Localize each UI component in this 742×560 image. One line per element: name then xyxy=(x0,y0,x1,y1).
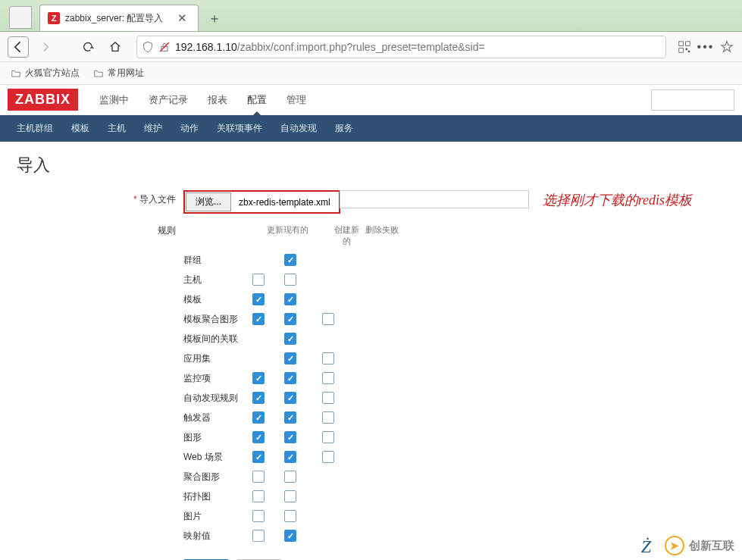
create-checkbox[interactable] xyxy=(284,333,296,345)
rule-row: 应用集 xyxy=(183,349,402,368)
delete-checkbox[interactable] xyxy=(322,392,334,404)
svg-rect-4 xyxy=(679,48,684,52)
update-checkbox[interactable] xyxy=(252,471,265,483)
rule-name: 聚合图形 xyxy=(183,471,246,483)
checkbox-cell xyxy=(309,392,347,404)
checkbox-cell xyxy=(271,352,309,364)
checkbox-cell xyxy=(271,392,309,404)
rule-row: Web 场景 xyxy=(183,447,402,467)
checkbox-cell xyxy=(271,372,309,384)
sub-nav-item[interactable]: 关联项事件 xyxy=(208,115,271,142)
create-checkbox[interactable] xyxy=(284,530,296,542)
rule-row: 图形 xyxy=(183,427,402,447)
page-corner-decoration xyxy=(9,6,32,29)
close-tab-icon[interactable]: ✕ xyxy=(174,10,190,27)
bookmark-item[interactable]: 常用网址 xyxy=(93,67,144,80)
checkbox-cell xyxy=(246,372,271,384)
zabbix-header: ZABBIX 监测中资产记录报表配置管理 xyxy=(0,85,742,115)
create-checkbox[interactable] xyxy=(284,274,296,286)
sub-nav-item[interactable]: 主机群组 xyxy=(8,115,62,142)
new-tab-button[interactable]: ＋ xyxy=(203,7,226,30)
bookmark-label: 火狐官方站点 xyxy=(25,67,80,80)
create-checkbox[interactable] xyxy=(284,254,296,266)
create-checkbox[interactable] xyxy=(284,411,296,424)
back-button[interactable] xyxy=(8,36,29,58)
forward-button[interactable] xyxy=(35,36,56,58)
create-checkbox[interactable] xyxy=(284,510,296,522)
rule-row: 映射值 xyxy=(183,526,402,546)
sub-nav-item[interactable]: 动作 xyxy=(171,115,208,142)
browser-tab[interactable]: Z zabbix_server: 配置导入 ✕ xyxy=(39,5,199,31)
create-checkbox[interactable] xyxy=(284,451,296,463)
sub-nav-item[interactable]: 服务 xyxy=(326,115,362,142)
url-text: 192.168.1.10/zabbix/conf.import.php?rule… xyxy=(175,41,661,53)
create-checkbox[interactable] xyxy=(284,372,296,384)
delete-checkbox[interactable] xyxy=(322,313,334,325)
update-checkbox[interactable] xyxy=(252,411,265,424)
page-title: 导入 xyxy=(17,154,725,177)
create-checkbox[interactable] xyxy=(284,471,296,483)
checkbox-cell xyxy=(246,274,271,286)
rule-name: 模板间的关联 xyxy=(183,333,246,346)
create-checkbox[interactable] xyxy=(284,490,296,502)
update-checkbox[interactable] xyxy=(252,392,265,404)
folder-icon xyxy=(93,68,104,79)
create-checkbox[interactable] xyxy=(284,431,296,443)
file-path-field[interactable] xyxy=(340,190,529,208)
main-nav-item[interactable]: 配置 xyxy=(237,85,277,115)
update-checkbox[interactable] xyxy=(252,530,265,542)
update-checkbox[interactable] xyxy=(252,490,265,502)
checkbox-cell xyxy=(309,372,347,384)
watermark-text: 创新互联 xyxy=(689,539,734,553)
reload-button[interactable] xyxy=(77,36,99,58)
browse-button[interactable]: 浏览... xyxy=(186,192,231,211)
rule-name: 应用集 xyxy=(183,352,246,365)
main-nav-item[interactable]: 管理 xyxy=(277,85,316,115)
checkbox-cell xyxy=(271,411,309,424)
zabbix-logo[interactable]: ZABBIX xyxy=(8,89,78,111)
main-nav-item[interactable]: 监测中 xyxy=(89,85,139,115)
sub-nav-item[interactable]: 维护 xyxy=(135,115,171,142)
url-bar[interactable]: 192.168.1.10/zabbix/conf.import.php?rule… xyxy=(136,36,666,58)
update-checkbox[interactable] xyxy=(252,293,265,305)
update-checkbox[interactable] xyxy=(252,431,265,443)
svg-rect-2 xyxy=(679,41,684,45)
col-update-header: 更新现有的 xyxy=(244,224,330,247)
update-checkbox[interactable] xyxy=(252,313,265,325)
update-checkbox[interactable] xyxy=(252,451,265,463)
rule-row: 模板聚合图形 xyxy=(183,309,402,329)
rule-name: 自动发现规则 xyxy=(183,392,246,405)
create-checkbox[interactable] xyxy=(284,352,296,364)
search-input[interactable] xyxy=(651,89,734,111)
bookmark-item[interactable]: 火狐官方站点 xyxy=(11,67,80,80)
rule-row: 群组 xyxy=(183,250,402,270)
watermark: ➤ 创新互联 xyxy=(665,536,734,555)
insecure-icon[interactable] xyxy=(158,41,171,53)
delete-checkbox[interactable] xyxy=(322,372,334,384)
sub-nav-item[interactable]: 主机 xyxy=(99,115,135,142)
main-nav-item[interactable]: 资产记录 xyxy=(139,85,198,115)
update-checkbox[interactable] xyxy=(252,274,265,286)
qr-icon[interactable] xyxy=(677,39,692,55)
create-checkbox[interactable] xyxy=(284,392,296,404)
col-delete-header: 删除失败 xyxy=(362,224,402,247)
home-button[interactable] xyxy=(105,36,126,58)
update-checkbox[interactable] xyxy=(252,510,265,522)
bookmark-star-icon[interactable] xyxy=(719,39,734,55)
main-nav-item[interactable]: 报表 xyxy=(198,85,237,115)
more-icon[interactable]: ••• xyxy=(698,39,713,55)
update-checkbox[interactable] xyxy=(252,372,265,384)
rule-name: Web 场景 xyxy=(183,451,246,464)
delete-checkbox[interactable] xyxy=(322,352,334,364)
delete-checkbox[interactable] xyxy=(322,431,334,443)
create-checkbox[interactable] xyxy=(284,293,296,305)
checkbox-cell xyxy=(246,510,271,522)
shield-icon[interactable] xyxy=(142,41,154,53)
watermark-icon: ➤ xyxy=(665,536,684,555)
content-area: 导入 导入文件 浏览... zbx-redis-template.xml 选择刚… xyxy=(0,142,742,560)
sub-nav-item[interactable]: 自动发现 xyxy=(271,115,326,142)
create-checkbox[interactable] xyxy=(284,313,296,325)
sub-nav-item[interactable]: 模板 xyxy=(62,115,99,142)
delete-checkbox[interactable] xyxy=(322,411,334,424)
delete-checkbox[interactable] xyxy=(322,451,334,463)
